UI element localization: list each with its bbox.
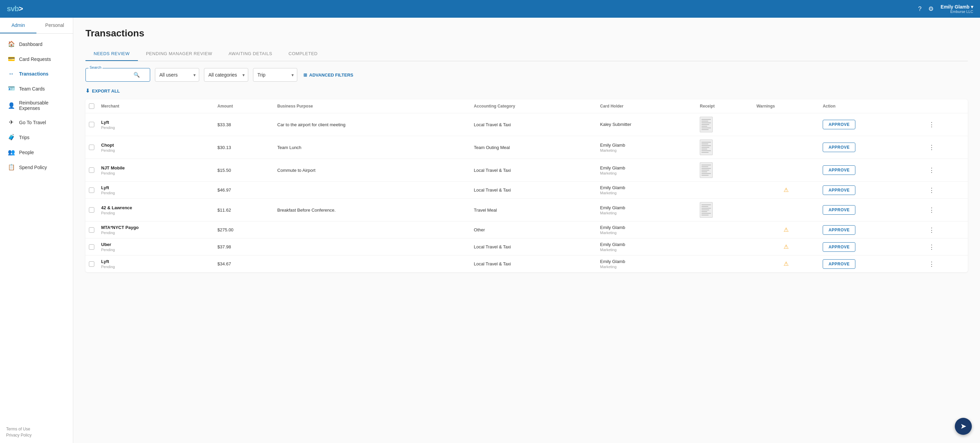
sidebar-item-reimbursable-expenses[interactable]: 👤 Reimbursable Expenses [2,96,72,115]
sidebar-item-dashboard[interactable]: 🏠 Dashboard [2,37,72,51]
select-all-checkbox[interactable] [89,103,94,109]
row-checkbox[interactable] [89,227,94,233]
amount-header: Amount [214,99,274,113]
people-icon: 👥 [8,149,15,156]
settings-icon[interactable]: ⚙ [928,5,934,13]
chat-icon: ➤ [960,422,966,431]
row-checkbox[interactable] [89,207,94,213]
more-cell: ⋮ [923,238,968,256]
sidebar-item-trips[interactable]: 🧳 Trips [2,130,72,144]
card-holder-cell: Emily Glamb Marketing [597,136,696,159]
merchant-status: Pending [101,148,211,152]
privacy-link[interactable]: Privacy Policy [6,433,67,438]
more-options-button[interactable]: ⋮ [926,260,937,268]
advanced-filters-label: ADVANCED FILTERS [309,73,353,78]
sidebar-tab-group: Admin Personal [0,18,73,34]
merchant-cell: Lyft Pending [98,182,214,199]
receipt-thumbnail[interactable] [700,162,713,178]
approve-button[interactable]: APPROVE [822,225,855,235]
approve-button[interactable]: APPROVE [822,205,855,215]
sidebar-tab-personal[interactable]: Personal [37,18,73,33]
select-all-header [86,99,98,113]
action-cell: APPROVE [819,238,923,256]
row-checkbox-cell [86,113,98,136]
approve-button[interactable]: APPROVE [822,186,855,195]
row-checkbox[interactable] [89,122,94,127]
sidebar-item-people[interactable]: 👥 People [2,145,72,160]
sidebar-item-go-to-travel[interactable]: ✈ Go To Travel [2,115,72,130]
more-options-button[interactable]: ⋮ [926,120,937,129]
more-options-button[interactable]: ⋮ [926,143,937,152]
more-options-button[interactable]: ⋮ [926,186,937,195]
card-holder-cell: Emily Glamb Marketing [597,256,696,273]
warnings-cell [753,136,819,159]
export-all-button[interactable]: ⬇ EXPORT ALL [86,88,120,94]
card-holder-name: Emily Glamb [600,185,693,190]
sidebar-item-team-cards[interactable]: 🪪 Team Cards [2,81,72,96]
row-checkbox[interactable] [89,144,94,150]
accounting-category: Other [474,227,485,232]
trip-filter[interactable]: Trip [253,68,297,82]
search-box: Search 🔍 [86,68,150,82]
row-checkbox-cell [86,199,98,221]
row-checkbox[interactable] [89,167,94,173]
sidebar-item-spend-policy[interactable]: 📋 Spend Policy [2,160,72,175]
tab-awaiting-details[interactable]: AWAITING DETAILS [220,47,280,61]
approve-button[interactable]: APPROVE [822,143,855,152]
receipt-cell [696,136,753,159]
receipt-thumbnail[interactable] [700,202,713,218]
row-checkbox[interactable] [89,187,94,193]
receipt-thumbnail[interactable] [700,117,713,132]
sidebar-item-transactions[interactable]: ↔ Transactions [2,67,72,81]
approve-button[interactable]: APPROVE [822,242,855,252]
more-options-button[interactable]: ⋮ [926,225,937,235]
card-holder-name: Emily Glamb [600,205,693,210]
approve-button[interactable]: APPROVE [822,259,855,269]
help-icon[interactable]: ? [918,5,921,13]
sidebar-item-card-requests[interactable]: 💳 Card Requests [2,52,72,66]
warnings-header: Warnings [753,99,819,113]
row-checkbox[interactable] [89,261,94,267]
business-purpose-cell [274,182,470,199]
more-options-button[interactable]: ⋮ [926,205,937,214]
accounting-category-cell: Team Outing Meal [471,136,597,159]
tab-pending-manager-review[interactable]: PENDING MANAGER REVIEW [138,47,220,61]
card-holder-name: Emily Glamb [600,242,693,247]
receipt-cell [696,238,753,256]
terms-link[interactable]: Terms of Use [6,427,67,432]
business-purpose-cell [274,238,470,256]
categories-filter[interactable]: All categories [204,68,248,82]
more-options-button[interactable]: ⋮ [926,166,937,175]
advanced-filters-button[interactable]: ⊞ ADVANCED FILTERS [304,73,353,78]
card-holder-name: Emily Glamb [600,143,693,148]
user-name: Emily Glamb ▾ [940,4,973,10]
travel-icon: ✈ [8,119,15,126]
merchant-cell: Lyft Pending [98,256,214,273]
approve-button[interactable]: APPROVE [822,120,855,129]
user-company: Emburse LLC [940,10,973,14]
sidebar-item-label: Dashboard [19,41,43,47]
receipt-thumbnail[interactable] [700,140,713,155]
more-cell: ⋮ [923,182,968,199]
business-purpose: Car to the airport for client meeting [277,122,345,127]
merchant-name: NJT Mobile [101,165,211,170]
row-checkbox[interactable] [89,244,94,250]
tab-completed[interactable]: COMPLETED [280,47,326,61]
user-menu[interactable]: Emily Glamb ▾ Emburse LLC [940,4,973,14]
approve-button[interactable]: APPROVE [822,165,855,175]
card-holder-name: Kaley Submitter [600,122,693,127]
accounting-category-cell: Local Travel & Taxi [471,238,597,256]
tab-needs-review[interactable]: NEEDS REVIEW [86,47,138,61]
sidebar-footer: Terms of Use Privacy Policy [0,422,73,443]
users-filter[interactable]: All users [155,68,199,82]
merchant-name: MTA*NYCT Paygo [101,225,211,230]
more-options-button[interactable]: ⋮ [926,243,937,251]
merchant-status: Pending [101,265,211,269]
receipt-header: Receipt [696,99,753,113]
accounting-category-cell: Local Travel & Taxi [471,159,597,182]
chat-fab-button[interactable]: ➤ [955,418,972,435]
search-input[interactable] [89,72,134,78]
accounting-category: Travel Meal [474,208,497,213]
warnings-cell: ⚠ [753,182,819,199]
sidebar-tab-admin[interactable]: Admin [0,18,37,33]
